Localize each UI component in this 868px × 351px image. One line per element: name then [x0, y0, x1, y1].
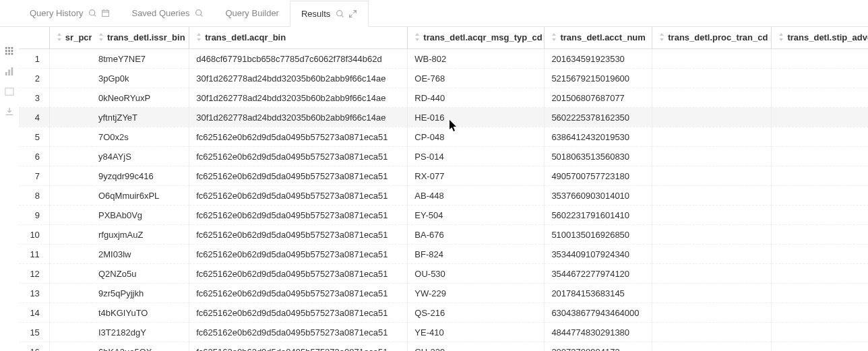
table-row[interactable]: 15I3T2182dgYfc625162e0b62d9d5da0495b5752…: [19, 323, 868, 342]
table-cell: [652, 245, 772, 264]
table-row[interactable]: 57O0x2sfc625162e0b62d9d5da0495b575273a08…: [19, 127, 868, 147]
chart-icon[interactable]: [4, 66, 15, 77]
results-table-container: sr_pcr trans_detl.issr_bin trans_detl.ac…: [19, 27, 868, 351]
search-icon[interactable]: [195, 9, 204, 18]
column-header-stip[interactable]: trans_detl.stip_advc_cd: [772, 27, 868, 49]
table-cell: 3534409107924340: [545, 245, 652, 264]
svg-rect-1: [8, 47, 10, 49]
table-cell: 15: [19, 323, 49, 342]
tab-saved-queries[interactable]: Saved Queries: [121, 0, 214, 26]
table-cell: 201506807687077: [545, 88, 652, 108]
table-cell: [49, 186, 92, 205]
table-cell: OU-530: [408, 264, 545, 284]
table-cell: 9yzqdr99c416: [92, 166, 189, 186]
sort-icon: [778, 33, 785, 43]
table-row[interactable]: 8O6qMmuir6xPLfc625162e0b62d9d5da0495b575…: [19, 186, 868, 205]
table-cell: 12: [19, 264, 49, 284]
column-header-proc-tran[interactable]: trans_detl.proc_tran_cd: [652, 27, 772, 49]
table-row[interactable]: 12Q2NZo5ufc625162e0b62d9d5da0495b575273a…: [19, 264, 868, 284]
expand-icon[interactable]: [348, 9, 357, 18]
svg-rect-6: [5, 53, 7, 55]
tab-query-history[interactable]: Query History: [19, 0, 121, 26]
svg-rect-4: [8, 50, 10, 52]
table-cell: [652, 108, 772, 127]
sort-icon: [551, 33, 558, 43]
svg-rect-11: [11, 67, 13, 75]
svg-rect-0: [5, 47, 7, 49]
svg-rect-14: [102, 10, 109, 16]
svg-rect-7: [8, 53, 10, 55]
column-header-issr-bin[interactable]: trans_detl.issr_bin: [92, 27, 189, 49]
svg-rect-9: [5, 72, 7, 75]
table-cell: RD-440: [408, 88, 545, 108]
table-cell: fc625162e0b62d9d5da0495b575273a0871eca51: [189, 264, 408, 284]
column-header-msg-typ[interactable]: trans_detl.acqr_msg_typ_cd: [408, 27, 545, 49]
table-row[interactable]: 14t4bKGIYuTOfc625162e0b62d9d5da0495b5752…: [19, 303, 868, 323]
table-cell: 5215679215019600: [545, 69, 652, 88]
table-cell: [772, 323, 868, 342]
svg-rect-8: [11, 53, 13, 55]
table-row[interactable]: 30kNeoRYuxP30f1d262778ad24bdd32035b60b2a…: [19, 88, 868, 108]
table-cell: [49, 225, 92, 245]
svg-rect-2: [11, 47, 13, 49]
svg-point-13: [90, 10, 95, 15]
table-cell: 3537660903014010: [545, 186, 652, 205]
table-cell: fc625162e0b62d9d5da0495b575273a0871eca51: [189, 303, 408, 323]
column-header-pcr[interactable]: sr_pcr: [49, 27, 92, 49]
tab-label: Query Builder: [225, 8, 278, 18]
table-cell: fc625162e0b62d9d5da0495b575273a0871eca51: [189, 127, 408, 147]
grid-icon[interactable]: [4, 46, 15, 57]
table-row[interactable]: 23pGp0k30f1d262778ad24bdd32035b60b2abb9f…: [19, 69, 868, 88]
sort-icon: [414, 33, 421, 43]
table-row[interactable]: 79yzqdr99c416fc625162e0b62d9d5da0495b575…: [19, 166, 868, 186]
column-header-acct-num[interactable]: trans_detl.acct_num: [545, 27, 652, 49]
search-icon[interactable]: [88, 9, 97, 18]
table-header-row: sr_pcr trans_detl.issr_bin trans_detl.ac…: [19, 27, 868, 49]
tab-query-builder[interactable]: Query Builder: [214, 0, 289, 26]
table-row[interactable]: 166bKA2uo5OXfc625162e0b62d9d5da0495b5752…: [19, 342, 868, 351]
download-icon[interactable]: [4, 106, 15, 117]
table-cell: 11: [19, 245, 49, 264]
table-cell: 30f1d262778ad24bdd32035b60b2abb9f66c14ae: [189, 108, 408, 127]
search-icon[interactable]: [336, 9, 344, 18]
table-cell: [49, 205, 92, 225]
table-row[interactable]: 112MI03lwfc625162e0b62d9d5da0495b575273a…: [19, 245, 868, 264]
table-cell: 13: [19, 284, 49, 303]
table-cell: [652, 127, 772, 147]
table-cell: 2: [19, 69, 49, 88]
table-cell: [652, 147, 772, 166]
table-cell: fc625162e0b62d9d5da0495b575273a0871eca51: [189, 225, 408, 245]
table-row[interactable]: 9PXBAb0Vgfc625162e0b62d9d5da0495b575273a…: [19, 205, 868, 225]
table-cell: YE-410: [408, 323, 545, 342]
table-cell: fc625162e0b62d9d5da0495b575273a0871eca51: [189, 186, 408, 205]
results-table: sr_pcr trans_detl.issr_bin trans_detl.ac…: [19, 27, 868, 351]
table-cell: 1: [19, 49, 49, 69]
table-cell: [652, 264, 772, 284]
tab-results[interactable]: Results: [290, 1, 369, 27]
calendar-icon[interactable]: [101, 9, 110, 18]
table-cell: AB-448: [408, 186, 545, 205]
column-header-acqr-bin[interactable]: trans_detl.acqr_bin: [189, 27, 408, 49]
tab-label: Results: [301, 9, 330, 19]
table-cell: [772, 342, 868, 351]
table-cell: BF-824: [408, 245, 545, 264]
table-row[interactable]: 139zr5qPyjjkhfc625162e0b62d9d5da0495b575…: [19, 284, 868, 303]
sort-icon: [659, 33, 666, 43]
table-row[interactable]: 10rfguxjmAuZfc625162e0b62d9d5da0495b5752…: [19, 225, 868, 245]
table-row[interactable]: 4yftntjZYeT30f1d262778ad24bdd32035b60b2a…: [19, 108, 868, 127]
table-cell: [49, 323, 92, 342]
panel-icon[interactable]: [4, 86, 15, 97]
table-cell: 10: [19, 225, 49, 245]
table-row[interactable]: 18tmeY7NE7d468cf67791bcb658c7785d7c6062f…: [19, 49, 868, 69]
table-cell: CP-048: [408, 127, 545, 147]
table-cell: [49, 303, 92, 323]
table-row[interactable]: 6y84AYjSfc625162e0b62d9d5da0495b575273a0…: [19, 147, 868, 166]
table-cell: 8: [19, 186, 49, 205]
column-header-rownum[interactable]: [19, 27, 49, 49]
svg-rect-10: [8, 69, 10, 75]
table-cell: 30f1d262778ad24bdd32035b60b2abb9f66c14ae: [189, 88, 408, 108]
table-cell: [49, 69, 92, 88]
table-cell: O6qMmuir6xPL: [92, 186, 189, 205]
table-cell: [652, 284, 772, 303]
table-cell: 3544672277974120: [545, 264, 652, 284]
